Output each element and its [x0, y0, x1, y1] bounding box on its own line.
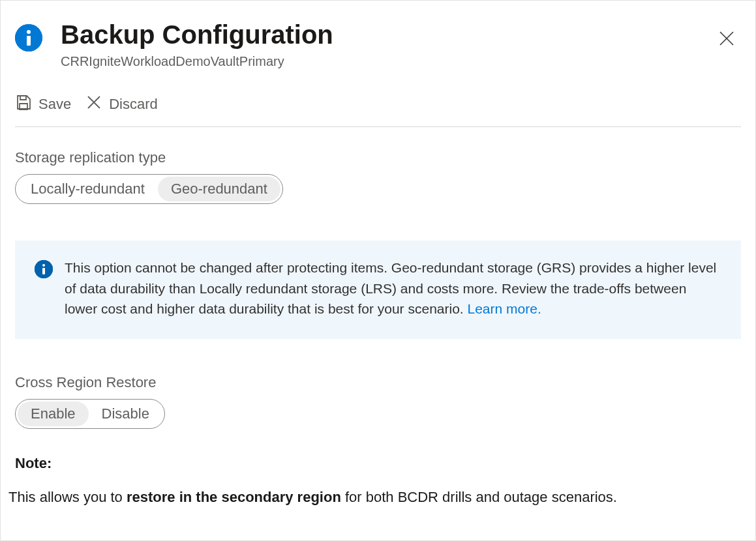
toolbar: Save Discard	[15, 94, 741, 127]
option-disable[interactable]: Disable	[89, 402, 162, 426]
page-subtitle: CRRIgniteWorkloadDemoVaultPrimary	[61, 54, 712, 69]
note-bold: restore in the secondary region	[127, 489, 341, 505]
discard-icon	[85, 94, 102, 115]
header: Backup Configuration CRRIgniteWorkloadDe…	[15, 19, 741, 69]
note-block: Note:	[15, 455, 741, 472]
info-text: This option cannot be changed after prot…	[65, 257, 721, 319]
info-icon	[35, 260, 53, 278]
cross-region-restore-section: Cross Region Restore Enable Disable	[15, 374, 741, 429]
save-button[interactable]: Save	[15, 94, 71, 115]
cross-region-restore-label: Cross Region Restore	[15, 374, 741, 391]
svg-rect-5	[42, 268, 45, 274]
svg-point-1	[27, 30, 31, 34]
note-list: This allows you to restore in the second…	[1, 488, 755, 508]
info-message: This option cannot be changed after prot…	[65, 260, 716, 316]
save-label: Save	[38, 96, 71, 113]
option-enable[interactable]: Enable	[18, 402, 89, 426]
note-prefix: This allows you to	[8, 489, 127, 505]
cross-region-restore-toggle: Enable Disable	[15, 399, 165, 429]
note-label: Note:	[15, 455, 741, 472]
storage-replication-section: Storage replication type Locally-redunda…	[15, 149, 741, 204]
option-locally-redundant[interactable]: Locally-redundant	[18, 177, 158, 201]
svg-point-4	[42, 264, 45, 267]
page-title: Backup Configuration	[61, 19, 712, 50]
learn-more-link[interactable]: Learn more.	[468, 301, 541, 316]
storage-replication-toggle: Locally-redundant Geo-redundant	[15, 174, 283, 204]
option-geo-redundant[interactable]: Geo-redundant	[158, 177, 280, 201]
info-banner: This option cannot be changed after prot…	[15, 241, 741, 339]
svg-rect-2	[27, 36, 31, 46]
save-icon	[15, 94, 32, 115]
discard-button[interactable]: Discard	[85, 94, 158, 115]
discard-label: Discard	[109, 96, 158, 113]
close-button[interactable]	[712, 24, 741, 55]
note-suffix: for both BCDR drills and outage scenario…	[341, 489, 617, 505]
close-icon	[718, 40, 736, 50]
note-item: This allows you to restore in the second…	[8, 488, 755, 508]
info-icon	[15, 24, 42, 51]
storage-replication-label: Storage replication type	[15, 149, 741, 166]
